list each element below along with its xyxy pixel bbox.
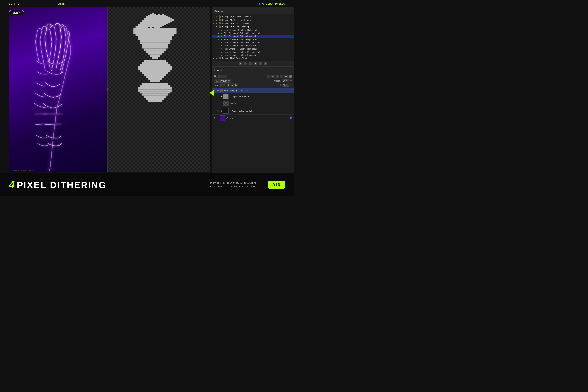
layer-thumb-2 — [223, 101, 228, 106]
layer-eye-0[interactable] — [213, 89, 216, 92]
opacity-value[interactable]: 100% — [282, 80, 289, 82]
actions-delete-btn[interactable]: 🗑 — [264, 62, 267, 65]
action-item-2[interactable]: ✓ ▶ Bitmap LAB • 3 Glitch Dithering — [212, 22, 294, 25]
action-item-0[interactable]: ✓ ▶ Bitmap LAB • 1 Ordered Dithering — [212, 15, 294, 18]
lock-all-btn[interactable]: 🔒 — [234, 84, 238, 87]
opacity-label: Opacity: — [274, 80, 282, 82]
svg-rect-52 — [168, 17, 170, 19]
svg-rect-15 — [146, 18, 148, 20]
nav-photoshop-label: PHOTOSHOP PANELS — [259, 2, 285, 5]
layers-filter-pixel-btn[interactable]: px — [267, 75, 270, 78]
action-sub-1[interactable]: ✓ ▶ Pixel Dithering • 2 Colors • Medium … — [212, 32, 294, 35]
layers-filter-shape-btn[interactable]: ⬡ — [280, 75, 284, 78]
svg-rect-61 — [154, 24, 156, 26]
action-sub-label-7: Pixel Dithering • 4 Colors • Medium deta… — [224, 51, 260, 53]
layer-eye-4[interactable] — [213, 116, 216, 120]
actions-new-btn[interactable]: + — [259, 62, 262, 65]
svg-rect-36 — [164, 17, 166, 19]
action-sub-2[interactable]: ✓ ▶ Pixel Dithering • 2 Colors • Low det… — [212, 35, 294, 38]
layer-eye-2[interactable] — [216, 102, 220, 105]
lock-transparent-btn[interactable]: ⬛ — [220, 84, 223, 87]
svg-rect-35 — [162, 18, 164, 20]
layer-label-0: Pixel Dithering - 2 Colors ×4 — [224, 90, 292, 92]
svg-rect-20 — [156, 19, 158, 21]
action-sub-4[interactable]: ✓ ▶ Pixel Dithering • 3 Colors • Medium … — [212, 41, 294, 44]
actions-panel-menu-icon[interactable]: ☰ — [288, 9, 291, 13]
svg-rect-75 — [146, 26, 148, 28]
fill-label: Fill: — [278, 84, 282, 86]
svg-rect-88 — [172, 19, 174, 21]
action-item-4[interactable]: ✓ ▶ Bitmap LAB • 5 Bonus Shortcuts — [212, 57, 294, 60]
bottom-number: 4 — [9, 179, 14, 190]
layers-filter-type-btn[interactable]: T — [276, 75, 279, 78]
svg-rect-83 — [162, 24, 164, 26]
svg-rect-56 — [144, 24, 146, 26]
layer-eye-3[interactable] — [216, 109, 220, 112]
svg-rect-76 — [148, 25, 150, 27]
svg-rect-111 — [144, 74, 166, 76]
layer-folder-0 — [220, 90, 223, 92]
svg-rect-123 — [148, 100, 162, 102]
canvas-after — [108, 8, 210, 172]
actions-stop-btn[interactable]: ◼ — [238, 62, 242, 65]
layers-kind-select[interactable]: Kind ▼ — [218, 75, 227, 78]
layer-eye-inner-4 — [214, 118, 216, 119]
svg-rect-121 — [144, 96, 166, 98]
lock-image-btn[interactable]: ✏ — [223, 84, 226, 87]
action-sub-0[interactable]: ✓ ▶ Pixel Dithering • 2 Colors • High de… — [212, 28, 294, 32]
move-cursor-icon: ✛ — [106, 88, 109, 92]
layer-arrow-0: ▶ — [217, 90, 219, 91]
svg-rect-90 — [134, 30, 176, 32]
action-sub-5[interactable]: ✓ ▶ Pixel Dithering • 3 Colors • Low det… — [212, 44, 294, 47]
bottom-description: CREATES HIGH-CONTRAST, BLACK & WHITE PIX… — [106, 182, 256, 188]
right-panel: Actions ☰ ✓ ▶ Bitmap LAB • 1 Ordered Dit… — [212, 8, 294, 196]
top-navigation: BEFORE AFTER PHOTOSHOP PANELS — [0, 0, 294, 8]
action-sub-3[interactable]: ✓ ▶ Pixel Dithering • 3 Colors • High de… — [212, 38, 294, 41]
svg-rect-67 — [166, 20, 168, 22]
action-sub-6[interactable]: ✓ ▶ Pixel Dithering • 4 Colors • High de… — [212, 47, 294, 50]
action-arrow-0: ▶ — [216, 16, 218, 18]
layers-filter-smart-btn[interactable]: ⚙ — [284, 75, 288, 78]
action-sub-7[interactable]: ✓ ▶ Pixel Dithering • 4 Colors • Medium … — [212, 50, 294, 54]
atn-badge[interactable]: ATN — [268, 180, 285, 188]
layers-filter-adj-btn[interactable]: ✏ — [271, 75, 275, 78]
canvas-before — [9, 8, 108, 172]
bottom-desc-line2: PIXELATED REPRESENTATION OF THE IMAGE — [106, 185, 256, 188]
svg-rect-57 — [146, 24, 148, 26]
layer-item-2[interactable]: Bitmap — [212, 100, 294, 108]
actions-folder-btn[interactable]: 📁 — [254, 62, 257, 65]
svg-rect-100 — [146, 50, 164, 52]
action-item-1[interactable]: ✓ ▶ Bitmap LAB • 2 Diffusion Dithering — [212, 18, 294, 22]
svg-rect-38 — [140, 22, 142, 24]
actions-play-btn[interactable]: ▶ — [249, 62, 252, 65]
actions-record-btn[interactable]: ● — [244, 62, 247, 65]
svg-rect-72 — [140, 26, 142, 28]
layer-eye-1[interactable] — [216, 95, 220, 98]
action-sub-arrow-2: ▶ — [221, 35, 223, 37]
action-folder-2 — [219, 22, 222, 24]
layers-search-icon: 🔍 — [214, 75, 217, 78]
layers-filter-toggle-btn[interactable]: ● — [288, 75, 292, 78]
layer-thumb-4 — [220, 116, 226, 121]
action-sub-check-1: ✓ — [218, 32, 220, 34]
svg-rect-13 — [162, 14, 164, 16]
layer-item-3[interactable]: 🔒 ← Adjust Background Color — [212, 108, 294, 115]
actions-panel-header: Actions ☰ — [212, 8, 294, 14]
action-sub-8[interactable]: ✓ ▶ Pixel Dithering • 4 Colors • Low det… — [212, 54, 294, 57]
layers-panel-menu-icon[interactable]: ☰ — [288, 68, 291, 72]
blend-mode-select[interactable]: Pass Through ▼ — [214, 79, 231, 82]
svg-rect-27 — [146, 20, 148, 22]
actions-panel-title: Actions — [214, 10, 223, 12]
svg-rect-102 — [150, 55, 160, 57]
svg-rect-108 — [138, 68, 172, 70]
svg-rect-40 — [144, 22, 146, 24]
lock-position-btn[interactable]: ✛ — [227, 84, 230, 87]
lock-artboard-btn[interactable]: ⚏ — [231, 84, 234, 87]
action-folder-3 — [219, 26, 222, 28]
layer-item-1[interactable]: 🔒 ← Adjust Content Color — [212, 93, 294, 100]
layer-item-4[interactable]: Original b — [212, 115, 294, 122]
fill-value[interactable]: 100% — [282, 84, 289, 87]
action-item-3[interactable]: ✓ ▼ Bitmap LAB • 4 Pixel Dithering — [212, 25, 294, 28]
svg-rect-106 — [140, 64, 170, 66]
layer-item-0[interactable]: ▶ Pixel Dithering - 2 Colors ×4 — [212, 88, 294, 93]
